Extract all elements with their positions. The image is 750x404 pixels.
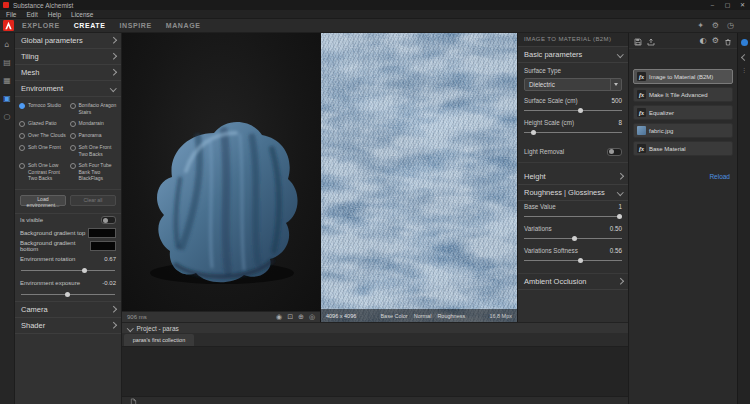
reload-link[interactable]: Reload (629, 159, 737, 180)
variations-softness-slider[interactable] (524, 257, 622, 264)
whats-new-icon[interactable]: ✦ (697, 21, 704, 30)
light-removal-toggle[interactable] (607, 148, 622, 156)
settings-icon[interactable]: ⚙ (712, 21, 719, 30)
chevron-right-icon (110, 322, 116, 328)
load-environment-button[interactable]: Load environment... (20, 195, 66, 206)
zoom-in-icon[interactable]: ⊕ (298, 313, 304, 321)
channel-roughness[interactable]: Roughness (437, 313, 465, 319)
height-scale-slider[interactable] (524, 129, 622, 136)
bg-gradient-bottom-swatch[interactable] (90, 241, 116, 251)
section-mesh[interactable]: Mesh (15, 65, 121, 81)
sync-status-badge[interactable] (741, 39, 748, 46)
home-icon[interactable]: ⌂ (4, 41, 9, 49)
surface-scale-slider[interactable] (524, 107, 622, 114)
tab-create[interactable]: CREATE (74, 22, 106, 29)
slider-knob[interactable] (578, 108, 583, 113)
base-value-slider[interactable] (524, 213, 622, 220)
env-option-over-the-clouds[interactable]: Over The Clouds (19, 132, 67, 139)
env-option-soft-one-front[interactable]: Soft One Front (19, 144, 67, 157)
collapse-panel-icon[interactable] (740, 54, 747, 61)
section-label: Shader (21, 321, 45, 330)
layer-item-fabric-jpg[interactable]: fabric.jpg (633, 123, 733, 138)
menu-file[interactable]: File (6, 11, 16, 18)
layer-item-image-to-material[interactable]: fx Image to Material (B2M) (633, 69, 733, 84)
collection-tab[interactable]: paras's first collection (124, 334, 194, 346)
slider-knob[interactable] (572, 236, 577, 241)
slider-knob[interactable] (82, 268, 87, 273)
section-camera[interactable]: Camera (15, 301, 121, 318)
slider-knob[interactable] (65, 292, 70, 297)
slider-knob[interactable] (617, 214, 622, 219)
viewport-3d[interactable] (122, 33, 320, 311)
assets-icon[interactable]: ▦ (3, 77, 11, 85)
channel-normal[interactable]: Normal (414, 313, 432, 319)
texture-2d-view[interactable]: 4096 x 4096 Base Color Normal Roughness … (320, 33, 517, 322)
frame-icon[interactable]: ⊡ (287, 313, 293, 321)
filter-panel-header: IMAGE TO MATERIAL (B2M) (518, 33, 628, 47)
env-option-glazed-patio[interactable]: Glazed Patio (19, 120, 67, 127)
radio-icon (19, 121, 25, 127)
env-option-soft-four-tube-bank[interactable]: Soft Four Tube Bank Two BlackFlags (70, 162, 118, 182)
project-bar[interactable]: Project - paras (122, 322, 628, 333)
tab-manage[interactable]: MANAGE (166, 22, 201, 29)
env-option-panorama[interactable]: Panorama (70, 132, 118, 139)
slider-knob[interactable] (578, 258, 583, 263)
layer-item-make-it-tile[interactable]: fx Make It Tile Advanced (633, 87, 733, 102)
chevron-down-icon (127, 325, 133, 331)
section-height[interactable]: Height (518, 169, 628, 185)
channel-base-color[interactable]: Base Color (380, 313, 407, 319)
section-ambient-occlusion[interactable]: Ambient Occlusion (518, 273, 628, 290)
layer-item-equalizer[interactable]: fx Equalizer (633, 105, 733, 120)
clear-all-button[interactable]: Clear all (70, 195, 116, 206)
section-tiling[interactable]: Tiling (15, 49, 121, 65)
more-options-icon[interactable]: ⋮ (741, 69, 747, 72)
env-option-tomoco-studio[interactable]: Tomoco Studio (19, 102, 67, 115)
slider-knob[interactable] (531, 130, 536, 135)
export-icon[interactable] (647, 32, 655, 50)
section-label: Global parameters (21, 36, 83, 45)
notifications-icon[interactable]: ◷ (727, 21, 734, 30)
camera-icon[interactable]: ◉ (276, 313, 282, 321)
surface-type-dropdown[interactable]: Dielectric (524, 78, 622, 91)
minimize-button[interactable]: – (705, 0, 720, 10)
surface-scale-value: 500 (611, 97, 622, 104)
environment-rotation-slider[interactable] (21, 267, 115, 274)
section-shader[interactable]: Shader (15, 318, 121, 334)
layer-stack-panel: ◐ ⚙ fx Image to Material (B2M) fx Make I… (628, 33, 737, 404)
section-roughness-glossiness[interactable]: Roughness | Glossiness (518, 185, 628, 201)
gear-icon[interactable]: ⚙ (712, 37, 719, 45)
tab-inspire[interactable]: INSPIRE (120, 22, 152, 29)
tab-explore[interactable]: EXPLORE (22, 22, 60, 29)
bg-gradient-top-swatch[interactable] (88, 228, 116, 238)
contrast-icon[interactable]: ◐ (700, 37, 707, 45)
menu-edit[interactable]: Edit (26, 11, 37, 18)
variations-row: Variations 0.50 (518, 223, 628, 234)
library-icon[interactable]: ▤ (3, 59, 11, 67)
env-option-soft-one-front-two-backs[interactable]: Soft One Front Two Backs (70, 144, 118, 157)
env-option-mondarrain[interactable]: Mondarrain (70, 120, 118, 127)
environment-exposure-slider[interactable] (21, 291, 115, 298)
section-environment[interactable]: Environment (15, 81, 121, 97)
materials-icon[interactable]: ▣ (3, 95, 11, 103)
maximize-button[interactable]: ▢ (720, 0, 735, 10)
is-visible-toggle[interactable] (101, 216, 116, 224)
env-option-bonifacio-aragon-stairs[interactable]: Bonifacio Aragon Stairs (70, 102, 118, 115)
env-option-soft-one-low-contrast[interactable]: Soft One Low Contrast Front Two Backs (19, 162, 67, 182)
trash-icon[interactable] (724, 32, 732, 50)
bg-gradient-bottom-row: Background gradient bottom (15, 240, 121, 253)
radio-icon (70, 121, 76, 127)
section-global-parameters[interactable]: Global parameters (15, 33, 121, 49)
community-icon[interactable]: ○ (4, 113, 11, 121)
section-label: Mesh (21, 68, 39, 77)
orbit-icon[interactable]: ◎ (309, 313, 315, 321)
menu-license[interactable]: License (71, 11, 93, 18)
collection-shelf[interactable] (122, 347, 628, 396)
close-button[interactable]: ✕ (735, 0, 750, 10)
layer-label: Image to Material (B2M) (649, 74, 713, 80)
layer-item-base-material[interactable]: fx Base Material (633, 141, 733, 156)
section-basic-parameters[interactable]: Basic parameters (518, 47, 628, 63)
menu-help[interactable]: Help (48, 11, 61, 18)
variations-slider[interactable] (524, 235, 622, 242)
save-icon[interactable] (634, 32, 642, 50)
document-icon[interactable] (130, 392, 137, 404)
